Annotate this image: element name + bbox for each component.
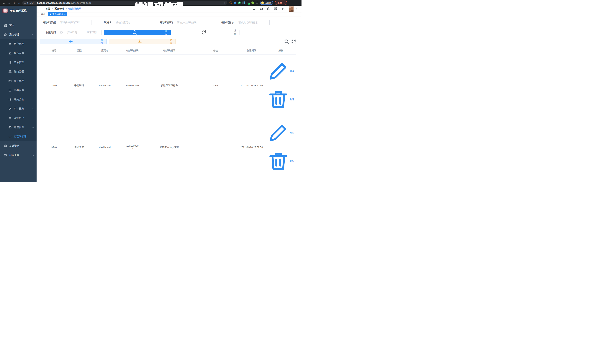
browser-update-button[interactable]: 更新 ⋮ xyxy=(275,0,287,5)
row-app: dashboard xyxy=(90,55,120,116)
back-icon[interactable]: ← xyxy=(3,1,5,4)
breadcrumb-current[interactable]: 错误码管理 xyxy=(69,7,81,11)
tag-error-code[interactable]: 错误码管理 × xyxy=(48,12,67,16)
sidebar-item-岗位管理[interactable]: 岗位管理 xyxy=(0,76,36,86)
code-icon xyxy=(9,135,12,138)
reload-icon[interactable]: ↻ xyxy=(13,1,16,4)
reset-button[interactable]: 重置 xyxy=(173,30,240,35)
sidebar-item-label: 短信管理 xyxy=(14,126,24,129)
url-bar[interactable]: ⚠ 不安全 dashboard.yudao.iocoder.cn /system… xyxy=(22,1,227,5)
home-icon[interactable]: ⌂ xyxy=(18,1,20,4)
row-remark: ceshi xyxy=(194,55,238,116)
profile-paused-chip[interactable]: 已暂停 xyxy=(260,1,273,5)
sidebar-item-label: 用户管理 xyxy=(14,42,24,46)
sidebar-item-系统管理[interactable]: 系统管理 xyxy=(0,30,36,39)
sidebar-item-首页[interactable]: 首页 xyxy=(0,21,36,30)
sms-icon xyxy=(9,126,12,129)
error-type-select[interactable]: 请选择错误码类型 xyxy=(58,20,92,25)
delete-label: 删除 xyxy=(290,98,294,101)
filter-label: 应用名 xyxy=(101,21,112,24)
sidebar-item-短信管理[interactable]: 短信管理 xyxy=(0,123,36,132)
error-code-input[interactable] xyxy=(175,20,208,25)
url-divider xyxy=(35,2,35,4)
breadcrumb-system[interactable]: 系统管理 xyxy=(54,7,64,11)
hamburger-icon[interactable] xyxy=(39,8,42,10)
forward-icon[interactable]: → xyxy=(8,1,11,4)
error-msg-input[interactable] xyxy=(236,20,269,25)
filter-error-code: 错误码编码 xyxy=(157,20,208,25)
sidebar-item-错误码管理[interactable]: 错误码管理 xyxy=(0,132,36,141)
sidebar-item-label: 菜单管理 xyxy=(14,61,24,64)
edit-pencil-icon xyxy=(267,57,289,85)
id-card-icon xyxy=(9,79,12,82)
sidebar-item-研发工具[interactable]: 研发工具 xyxy=(0,151,36,160)
search-button[interactable]: 搜索 xyxy=(104,30,171,35)
sidebar-item-label: 系统管理 xyxy=(9,33,19,36)
url-host: dashboard.yudao.iocoder.cn xyxy=(37,1,70,4)
sidebar-item-审计日志[interactable]: 审计日志 xyxy=(0,104,36,113)
search-icon[interactable] xyxy=(253,7,256,11)
user-avatar[interactable] xyxy=(289,6,293,12)
edit-label: 修改 xyxy=(290,69,294,73)
edit-link[interactable]: 修改 xyxy=(267,180,294,182)
column-header: 错误码提示 xyxy=(145,47,194,55)
navbar-actions xyxy=(253,6,297,12)
tag-close-icon[interactable]: × xyxy=(64,13,66,15)
refresh-table-button[interactable] xyxy=(291,39,296,44)
menu-list-icon xyxy=(9,61,12,64)
extension-icon[interactable] xyxy=(230,1,232,4)
app-name-input[interactable] xyxy=(114,20,147,25)
filter-label: 错误码提示 xyxy=(218,21,234,24)
github-icon[interactable] xyxy=(260,7,263,11)
row-msg: 参数配置不存在 xyxy=(145,55,194,116)
sidebar-item-用户管理[interactable]: 用户管理 xyxy=(0,39,36,49)
delete-link[interactable]: 删除 xyxy=(267,86,294,113)
browser-menu-icon[interactable]: ⋮ xyxy=(283,1,286,4)
column-header: 类型 xyxy=(68,47,90,55)
paused-label: 已暂停 xyxy=(265,1,271,4)
breadcrumb-home[interactable]: 首页 xyxy=(45,7,50,11)
delete-link[interactable]: 删除 xyxy=(267,147,294,175)
breadcrumb-separator: / xyxy=(52,8,53,10)
edit-link[interactable]: 修改 xyxy=(267,119,294,147)
extension-icon[interactable] xyxy=(233,1,237,4)
font-size-icon[interactable] xyxy=(281,7,285,11)
extension-icon[interactable] xyxy=(242,1,245,4)
start-date-placeholder: 开始日期 xyxy=(64,31,80,34)
users-icon xyxy=(9,52,12,55)
org-tree-icon xyxy=(9,70,12,73)
sidebar: 芋道管理系统 首页系统管理用户管理角色管理菜单管理部门管理岗位管理字典管理通知公… xyxy=(0,6,36,182)
sidebar-item-字典管理[interactable]: 字典管理 xyxy=(0,86,36,95)
extensions-puzzle-icon[interactable] xyxy=(256,1,258,4)
extension-icon[interactable] xyxy=(251,1,254,4)
delete-label: 删除 xyxy=(290,160,294,163)
sidebar-item-角色管理[interactable]: 角色管理 xyxy=(0,49,36,58)
active-dot-icon xyxy=(50,13,51,15)
sidebar-menu: 首页系统管理用户管理角色管理菜单管理部门管理岗位管理字典管理通知公告审计日志在线… xyxy=(0,21,36,160)
sidebar-item-基础设施[interactable]: 基础设施 xyxy=(0,141,36,151)
extension-icon[interactable]: v xyxy=(238,1,241,4)
add-button[interactable]: 新增 xyxy=(40,39,107,44)
date-range-picker[interactable]: 开始日期 - 结束日期 xyxy=(58,30,102,35)
help-icon[interactable] xyxy=(267,7,270,11)
toggle-search-button[interactable] xyxy=(284,39,289,44)
sidebar-item-菜单管理[interactable]: 菜单管理 xyxy=(0,58,36,67)
edit-pencil-icon xyxy=(267,180,289,182)
fullscreen-icon[interactable] xyxy=(274,7,278,11)
bookmark-star-icon[interactable]: ☆ xyxy=(223,1,225,4)
column-header: 编号 xyxy=(40,47,68,55)
sidebar-item-部门管理[interactable]: 部门管理 xyxy=(0,67,36,76)
extension-icon[interactable] xyxy=(247,2,250,4)
sidebar-item-通知公告[interactable]: 通知公告 xyxy=(0,95,36,104)
table-row: 3939手动编辑dashboard1001000001参数配置不存在ceshi2… xyxy=(40,55,296,116)
avatar-caret-icon[interactable] xyxy=(296,9,297,10)
tag-home[interactable]: 首页 xyxy=(39,12,47,16)
edit-link[interactable]: 修改 xyxy=(267,57,294,85)
insecure-warning-icon: ⚠ xyxy=(24,2,26,4)
export-button[interactable]: 导出 xyxy=(109,39,176,44)
chevron-down-icon xyxy=(32,108,34,110)
sidebar-item-label: 通知公告 xyxy=(14,98,24,101)
sidebar-item-label: 岗位管理 xyxy=(14,79,24,83)
app-logo[interactable]: 芋道管理系统 xyxy=(0,6,36,16)
sidebar-item-在线用户[interactable]: 在线用户 xyxy=(0,113,36,123)
